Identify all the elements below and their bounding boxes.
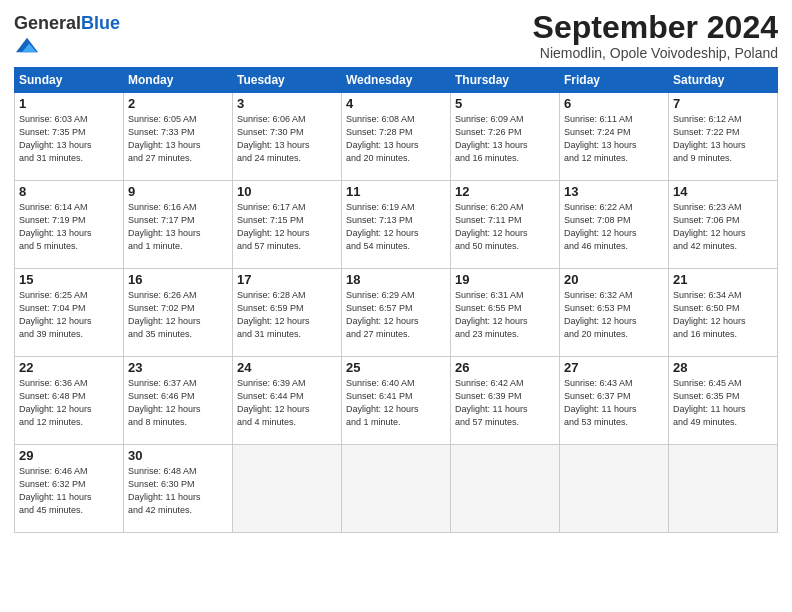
logo-icon (16, 34, 38, 56)
day-of-week-header: Friday (560, 68, 669, 93)
day-number: 26 (455, 360, 555, 375)
day-number: 29 (19, 448, 119, 463)
day-number: 12 (455, 184, 555, 199)
day-info: Sunrise: 6:32 AM Sunset: 6:53 PM Dayligh… (564, 289, 664, 341)
day-info: Sunrise: 6:36 AM Sunset: 6:48 PM Dayligh… (19, 377, 119, 429)
day-number: 3 (237, 96, 337, 111)
day-info: Sunrise: 6:11 AM Sunset: 7:24 PM Dayligh… (564, 113, 664, 165)
day-info: Sunrise: 6:26 AM Sunset: 7:02 PM Dayligh… (128, 289, 228, 341)
location: Niemodlin, Opole Voivodeship, Poland (533, 45, 778, 61)
day-number: 28 (673, 360, 773, 375)
day-number: 30 (128, 448, 228, 463)
day-number: 14 (673, 184, 773, 199)
day-info: Sunrise: 6:45 AM Sunset: 6:35 PM Dayligh… (673, 377, 773, 429)
day-number: 10 (237, 184, 337, 199)
calendar-day-cell: 6Sunrise: 6:11 AM Sunset: 7:24 PM Daylig… (560, 93, 669, 181)
day-number: 15 (19, 272, 119, 287)
calendar-day-cell (342, 445, 451, 533)
day-info: Sunrise: 6:34 AM Sunset: 6:50 PM Dayligh… (673, 289, 773, 341)
day-info: Sunrise: 6:39 AM Sunset: 6:44 PM Dayligh… (237, 377, 337, 429)
calendar-day-cell: 24Sunrise: 6:39 AM Sunset: 6:44 PM Dayli… (233, 357, 342, 445)
day-number: 1 (19, 96, 119, 111)
day-number: 27 (564, 360, 664, 375)
day-number: 5 (455, 96, 555, 111)
day-info: Sunrise: 6:23 AM Sunset: 7:06 PM Dayligh… (673, 201, 773, 253)
day-of-week-header: Wednesday (342, 68, 451, 93)
day-number: 4 (346, 96, 446, 111)
day-info: Sunrise: 6:17 AM Sunset: 7:15 PM Dayligh… (237, 201, 337, 253)
logo: GeneralBlue (14, 14, 120, 60)
logo-general-text: General (14, 13, 81, 33)
day-number: 25 (346, 360, 446, 375)
day-number: 19 (455, 272, 555, 287)
calendar-day-cell: 4Sunrise: 6:08 AM Sunset: 7:28 PM Daylig… (342, 93, 451, 181)
calendar-day-cell: 12Sunrise: 6:20 AM Sunset: 7:11 PM Dayli… (451, 181, 560, 269)
day-of-week-header: Sunday (15, 68, 124, 93)
calendar-day-cell: 30Sunrise: 6:48 AM Sunset: 6:30 PM Dayli… (124, 445, 233, 533)
header: GeneralBlue September 2024 Niemodlin, Op… (14, 10, 778, 61)
day-info: Sunrise: 6:25 AM Sunset: 7:04 PM Dayligh… (19, 289, 119, 341)
title-block: September 2024 Niemodlin, Opole Voivodes… (533, 10, 778, 61)
day-info: Sunrise: 6:43 AM Sunset: 6:37 PM Dayligh… (564, 377, 664, 429)
day-of-week-header: Tuesday (233, 68, 342, 93)
day-info: Sunrise: 6:29 AM Sunset: 6:57 PM Dayligh… (346, 289, 446, 341)
day-number: 13 (564, 184, 664, 199)
calendar-day-cell: 1Sunrise: 6:03 AM Sunset: 7:35 PM Daylig… (15, 93, 124, 181)
day-number: 11 (346, 184, 446, 199)
day-number: 23 (128, 360, 228, 375)
logo-blue-text: Blue (81, 13, 120, 33)
calendar-day-cell: 9Sunrise: 6:16 AM Sunset: 7:17 PM Daylig… (124, 181, 233, 269)
calendar-day-cell: 2Sunrise: 6:05 AM Sunset: 7:33 PM Daylig… (124, 93, 233, 181)
calendar-day-cell: 10Sunrise: 6:17 AM Sunset: 7:15 PM Dayli… (233, 181, 342, 269)
calendar-week-row: 1Sunrise: 6:03 AM Sunset: 7:35 PM Daylig… (15, 93, 778, 181)
day-number: 6 (564, 96, 664, 111)
calendar-day-cell: 28Sunrise: 6:45 AM Sunset: 6:35 PM Dayli… (669, 357, 778, 445)
day-number: 20 (564, 272, 664, 287)
day-number: 21 (673, 272, 773, 287)
day-number: 2 (128, 96, 228, 111)
calendar-day-cell: 15Sunrise: 6:25 AM Sunset: 7:04 PM Dayli… (15, 269, 124, 357)
calendar-day-cell: 7Sunrise: 6:12 AM Sunset: 7:22 PM Daylig… (669, 93, 778, 181)
day-info: Sunrise: 6:46 AM Sunset: 6:32 PM Dayligh… (19, 465, 119, 517)
day-number: 17 (237, 272, 337, 287)
calendar-day-cell (451, 445, 560, 533)
calendar-day-cell: 22Sunrise: 6:36 AM Sunset: 6:48 PM Dayli… (15, 357, 124, 445)
calendar-week-row: 8Sunrise: 6:14 AM Sunset: 7:19 PM Daylig… (15, 181, 778, 269)
day-number: 8 (19, 184, 119, 199)
calendar-day-cell (560, 445, 669, 533)
day-info: Sunrise: 6:19 AM Sunset: 7:13 PM Dayligh… (346, 201, 446, 253)
calendar-day-cell: 5Sunrise: 6:09 AM Sunset: 7:26 PM Daylig… (451, 93, 560, 181)
day-of-week-header: Saturday (669, 68, 778, 93)
calendar-day-cell: 14Sunrise: 6:23 AM Sunset: 7:06 PM Dayli… (669, 181, 778, 269)
day-info: Sunrise: 6:48 AM Sunset: 6:30 PM Dayligh… (128, 465, 228, 517)
calendar-table: SundayMondayTuesdayWednesdayThursdayFrid… (14, 67, 778, 533)
calendar-day-cell: 17Sunrise: 6:28 AM Sunset: 6:59 PM Dayli… (233, 269, 342, 357)
calendar-day-cell: 13Sunrise: 6:22 AM Sunset: 7:08 PM Dayli… (560, 181, 669, 269)
day-info: Sunrise: 6:42 AM Sunset: 6:39 PM Dayligh… (455, 377, 555, 429)
calendar-day-cell: 11Sunrise: 6:19 AM Sunset: 7:13 PM Dayli… (342, 181, 451, 269)
calendar-day-cell: 26Sunrise: 6:42 AM Sunset: 6:39 PM Dayli… (451, 357, 560, 445)
calendar-header-row: SundayMondayTuesdayWednesdayThursdayFrid… (15, 68, 778, 93)
day-info: Sunrise: 6:14 AM Sunset: 7:19 PM Dayligh… (19, 201, 119, 253)
day-info: Sunrise: 6:37 AM Sunset: 6:46 PM Dayligh… (128, 377, 228, 429)
day-info: Sunrise: 6:31 AM Sunset: 6:55 PM Dayligh… (455, 289, 555, 341)
day-info: Sunrise: 6:09 AM Sunset: 7:26 PM Dayligh… (455, 113, 555, 165)
day-number: 9 (128, 184, 228, 199)
day-info: Sunrise: 6:40 AM Sunset: 6:41 PM Dayligh… (346, 377, 446, 429)
main-container: GeneralBlue September 2024 Niemodlin, Op… (0, 0, 792, 543)
day-info: Sunrise: 6:05 AM Sunset: 7:33 PM Dayligh… (128, 113, 228, 165)
calendar-week-row: 29Sunrise: 6:46 AM Sunset: 6:32 PM Dayli… (15, 445, 778, 533)
calendar-day-cell: 27Sunrise: 6:43 AM Sunset: 6:37 PM Dayli… (560, 357, 669, 445)
day-info: Sunrise: 6:20 AM Sunset: 7:11 PM Dayligh… (455, 201, 555, 253)
day-number: 7 (673, 96, 773, 111)
calendar-week-row: 15Sunrise: 6:25 AM Sunset: 7:04 PM Dayli… (15, 269, 778, 357)
day-info: Sunrise: 6:16 AM Sunset: 7:17 PM Dayligh… (128, 201, 228, 253)
day-number: 18 (346, 272, 446, 287)
calendar-day-cell: 8Sunrise: 6:14 AM Sunset: 7:19 PM Daylig… (15, 181, 124, 269)
day-number: 16 (128, 272, 228, 287)
day-number: 22 (19, 360, 119, 375)
calendar-day-cell (233, 445, 342, 533)
calendar-day-cell: 29Sunrise: 6:46 AM Sunset: 6:32 PM Dayli… (15, 445, 124, 533)
calendar-day-cell: 19Sunrise: 6:31 AM Sunset: 6:55 PM Dayli… (451, 269, 560, 357)
day-of-week-header: Monday (124, 68, 233, 93)
